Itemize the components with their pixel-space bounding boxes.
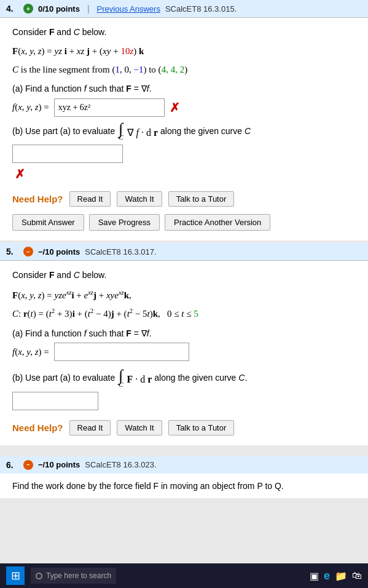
question-5: 5. − −/10 points SCalcET8 16.3.017. Cons… bbox=[0, 243, 368, 445]
q6-body: Find the work done by the force field F … bbox=[0, 474, 368, 498]
q5-part-a-expr: f(x, y, z) = bbox=[12, 344, 49, 360]
q4-submit-btn[interactable]: Submit Answer bbox=[12, 214, 84, 231]
spacer bbox=[0, 447, 368, 456]
q5-problem-id: SCalcET8 16.3.017. bbox=[85, 247, 156, 256]
q4-points-icon: + bbox=[23, 4, 33, 14]
question-4: 4. + 0/10 points | Previous Answers SCal… bbox=[0, 0, 368, 240]
q4-part-b-input-row bbox=[12, 145, 356, 163]
q4-practice-btn[interactable]: Practice Another Version bbox=[165, 214, 270, 231]
q4-prev-answers[interactable]: Previous Answers bbox=[97, 4, 160, 14]
q4-read-it-btn[interactable]: Read It bbox=[69, 191, 111, 207]
q5-part-a-input[interactable] bbox=[54, 343, 189, 361]
question-5-header: 5. − −/10 points SCalcET8 16.3.017. bbox=[0, 243, 368, 261]
q4-part-a-expr: f(x, y, z) = bbox=[12, 100, 49, 116]
q5-watch-it-btn[interactable]: Watch It bbox=[117, 420, 162, 435]
question-6-header: 6. − −/10 points SCalcET8 16.3.023. bbox=[0, 456, 368, 474]
q5-math-line-2: C: r(t) = (t2 + 3)i + (t2 − 4)j + (t2 − … bbox=[12, 306, 356, 322]
q4-watch-it-btn[interactable]: Watch It bbox=[117, 191, 162, 207]
q4-math-line-1: F(x, y, z) = yz i + xz j + (xy + 10z) k bbox=[12, 44, 356, 60]
q5-points-icon: − bbox=[23, 247, 33, 256]
q5-help-label: Need Help? bbox=[12, 423, 63, 433]
q4-part-b-x-mark: ✗ bbox=[15, 167, 25, 181]
q5-part-a-label: (a) Find a function f such that F = ∇f. bbox=[12, 328, 356, 338]
q5-math-line-1: F(x, y, z) = yzexzi + exzj + xyexzk, bbox=[12, 287, 356, 304]
q4-part-a-input-row: f(x, y, z) = ✗ bbox=[12, 97, 356, 118]
q6-points: −/10 points bbox=[38, 460, 80, 469]
q4-intro: Consider F and C below. bbox=[12, 25, 356, 39]
q5-part-b-input[interactable] bbox=[12, 392, 98, 410]
q5-part-b-label: (b) Use part (a) to evaluate ∫ C F · dr … bbox=[12, 371, 356, 387]
q5-body: Consider F and C below. F(x, y, z) = yze… bbox=[0, 261, 368, 445]
taskbar-spacer bbox=[0, 499, 368, 530]
q4-help-label: Need Help? bbox=[12, 194, 63, 204]
question-4-header: 4. + 0/10 points | Previous Answers SCal… bbox=[0, 0, 368, 18]
q5-number: 5. bbox=[6, 247, 18, 256]
q4-body: Consider F and C below. F(x, y, z) = yz … bbox=[0, 18, 368, 240]
q4-part-a-label: (a) Find a function f such that F = ∇f. bbox=[12, 84, 356, 93]
q4-help-row: Need Help? Read It Watch It Talk to a Tu… bbox=[12, 191, 356, 207]
q5-intro: Consider F and C below. bbox=[12, 268, 356, 282]
q4-problem-id: SCalcET8 16.3.015. bbox=[165, 4, 237, 14]
q4-points: 0/10 points bbox=[38, 4, 80, 14]
q6-number: 6. bbox=[6, 460, 18, 470]
q4-part-b-label: (b) Use part (a) to evaluate ∫ C ∇f · dr… bbox=[12, 124, 356, 141]
q4-part-b-input[interactable] bbox=[12, 145, 123, 163]
q4-action-row: Submit Answer Save Progress Practice Ano… bbox=[12, 214, 356, 231]
q4-part-a-input[interactable] bbox=[54, 98, 165, 117]
q4-number: 4. bbox=[6, 4, 18, 14]
q5-talk-tutor-btn[interactable]: Talk to a Tutor bbox=[168, 420, 235, 435]
q4-separator: | bbox=[87, 4, 90, 14]
q5-read-it-btn[interactable]: Read It bbox=[69, 420, 111, 435]
q6-points-icon: − bbox=[23, 460, 33, 470]
q6-text: Find the work done by the force field F … bbox=[12, 481, 356, 491]
q5-help-row: Need Help? Read It Watch It Talk to a Tu… bbox=[12, 420, 356, 435]
q4-talk-tutor-btn[interactable]: Talk to a Tutor bbox=[168, 191, 235, 207]
q5-part-b-input-row bbox=[12, 392, 356, 410]
q5-part-a-input-row: f(x, y, z) = bbox=[12, 342, 356, 363]
q5-points: −/10 points bbox=[38, 247, 80, 256]
q4-part-a-x-mark: ✗ bbox=[170, 100, 180, 115]
q4-math-line-2: C is the line segment from (1, 0, −1) to… bbox=[12, 62, 356, 78]
question-6: 6. − −/10 points SCalcET8 16.3.023. Find… bbox=[0, 456, 368, 498]
q6-problem-id: SCalcET8 16.3.023. bbox=[85, 460, 156, 469]
q4-save-btn[interactable]: Save Progress bbox=[89, 214, 160, 231]
